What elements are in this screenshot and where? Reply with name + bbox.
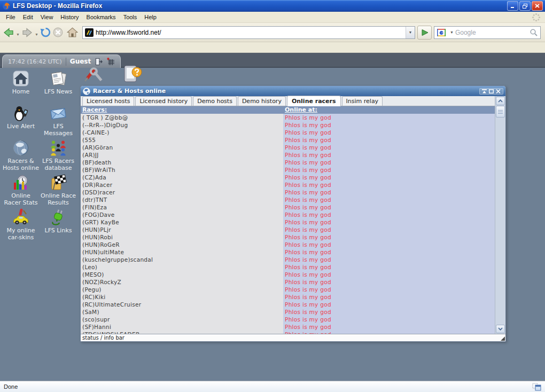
- home-button[interactable]: [67, 27, 78, 38]
- tab-demo-hosts[interactable]: Demo hosts: [193, 96, 237, 106]
- racer-name[interactable]: (FIN)Eza: [81, 203, 283, 211]
- racer-name[interactable]: (AR)JJ: [81, 151, 283, 159]
- online-at-link[interactable]: Phlos is my god: [283, 308, 495, 316]
- online-at-link[interactable]: Phlos is my god: [283, 196, 495, 203]
- racers-column-header[interactable]: Racers:: [81, 106, 283, 114]
- racer-name[interactable]: (HUN)ultiMate: [81, 248, 283, 256]
- desktop-icon-online-racer-stats[interactable]: Online Racer Stats: [2, 173, 40, 208]
- racer-name[interactable]: (BF)WrAiTh: [81, 166, 283, 174]
- online-at-link[interactable]: Phlos is my god: [283, 174, 495, 181]
- online-at-link[interactable]: Phlos is my god: [283, 256, 495, 263]
- online-at-link[interactable]: Phlos is my god: [283, 189, 495, 196]
- online-at-link[interactable]: Phlos is my god: [283, 241, 495, 248]
- racer-name[interactable]: (Pegu): [81, 286, 283, 293]
- close-button[interactable]: [532, 1, 543, 11]
- online-at-link[interactable]: Phlos is my god: [283, 166, 495, 174]
- tab-insim-relay[interactable]: Insim relay: [342, 96, 383, 106]
- racer-name[interactable]: (--RrR--)DigDug: [81, 121, 283, 129]
- minimize-button[interactable]: [507, 1, 518, 11]
- racer-name[interactable]: (DSD)racer: [81, 189, 283, 196]
- racer-name[interactable]: ( TGR ) Z@bb@: [81, 114, 283, 121]
- tab-licensed-history[interactable]: Licensed history: [135, 96, 192, 106]
- online-at-link[interactable]: Phlos is my god: [283, 181, 495, 189]
- racer-name[interactable]: (kuschelgruppe)scandal: [81, 256, 283, 263]
- restore-button[interactable]: [519, 1, 531, 11]
- racer-name[interactable]: (AR)Göran: [81, 144, 283, 151]
- stop-button[interactable]: [52, 27, 64, 38]
- online-at-link[interactable]: Phlos is my god: [283, 316, 495, 323]
- tools-icon[interactable]: [82, 67, 104, 88]
- menu-view[interactable]: View: [37, 12, 57, 22]
- online-at-link[interactable]: Phlos is my god: [283, 263, 495, 271]
- menu-bookmarks[interactable]: Bookmarks: [83, 12, 120, 22]
- search-input[interactable]: [455, 29, 527, 36]
- online-at-link[interactable]: Phlos is my god: [283, 159, 495, 166]
- desktop-icon-home[interactable]: Home: [2, 69, 40, 104]
- menu-help[interactable]: Help: [141, 12, 160, 22]
- online-at-link[interactable]: Phlos is my god: [283, 151, 495, 159]
- racer-name[interactable]: (SF)Hanni: [81, 323, 283, 331]
- online-at-link[interactable]: Phlos is my god: [283, 211, 495, 218]
- online-at-column-header[interactable]: Online at:: [283, 106, 495, 114]
- back-button[interactable]: [3, 27, 14, 38]
- window-titlebar[interactable]: Racers & Hosts online: [81, 86, 505, 96]
- scrollbar-thumb[interactable]: [496, 106, 505, 117]
- desktop-icon-racers-hosts-online[interactable]: Racers & Hosts online: [2, 138, 40, 173]
- online-at-link[interactable]: Phlos is my god: [283, 226, 495, 233]
- url-bar[interactable]: ▼: [82, 26, 415, 39]
- desktop-icon-lfs-news[interactable]: LFS News: [40, 69, 77, 104]
- online-at-link[interactable]: Phlos is my god: [283, 114, 495, 121]
- desktop-icon-my-online-car-skins[interactable]: My online car-skins: [2, 208, 40, 242]
- racer-name[interactable]: (GRT) KayBe: [81, 218, 283, 226]
- url-dropdown-icon[interactable]: ▼: [406, 27, 415, 38]
- window-scrollbar[interactable]: [495, 96, 505, 334]
- help-document-icon[interactable]: [121, 64, 143, 88]
- online-at-link[interactable]: Phlos is my god: [283, 323, 495, 331]
- desktop-icon-lfs-messages[interactable]: LFS Messages: [40, 104, 77, 138]
- menu-file[interactable]: File: [2, 12, 19, 22]
- url-input[interactable]: [96, 29, 406, 36]
- scroll-up-icon[interactable]: [496, 97, 505, 105]
- racer-name[interactable]: (sco)supr: [81, 316, 283, 323]
- reload-button[interactable]: [40, 27, 51, 38]
- grid-link-icon[interactable]: [106, 57, 115, 66]
- window-close-icon[interactable]: [496, 89, 501, 93]
- racer-name[interactable]: (RC)Kiki: [81, 293, 283, 301]
- desktop-icon-lfs-links[interactable]: LFS Links: [40, 208, 77, 242]
- racer-name[interactable]: (CZ)Ada: [81, 174, 283, 181]
- forward-dropdown-icon[interactable]: ▼: [35, 33, 38, 36]
- menu-edit[interactable]: Edit: [19, 12, 37, 22]
- racer-name[interactable]: (HUN)PLjr: [81, 226, 283, 233]
- menu-tools[interactable]: Tools: [120, 12, 141, 22]
- forward-button[interactable]: [21, 27, 33, 38]
- window-maximize-icon[interactable]: [489, 89, 494, 93]
- menu-history[interactable]: History: [57, 12, 82, 22]
- search-bar[interactable]: ▼: [434, 26, 541, 39]
- window-resize-grip[interactable]: [501, 336, 505, 341]
- online-at-link[interactable]: Phlos is my god: [283, 286, 495, 293]
- online-at-link[interactable]: Phlos is my god: [283, 233, 495, 241]
- racer-name[interactable]: (dtr)TNT: [81, 196, 283, 203]
- racer-name[interactable]: (Leo): [81, 263, 283, 271]
- racer-name[interactable]: (NOZ)RockyZ: [81, 278, 283, 286]
- online-at-link[interactable]: Phlos is my god: [283, 136, 495, 144]
- online-at-link[interactable]: Phlos is my god: [283, 293, 495, 301]
- online-at-link[interactable]: Phlos is my god: [283, 301, 495, 308]
- racer-name[interactable]: (SaM): [81, 308, 283, 316]
- desktop-icon-lfs-racers-database[interactable]: LFS Racers database: [40, 138, 77, 173]
- online-at-link[interactable]: Phlos is my god: [283, 271, 495, 278]
- scroll-down-icon[interactable]: [496, 325, 505, 333]
- search-engine-dropdown-icon[interactable]: ▼: [448, 30, 455, 34]
- racer-name[interactable]: (HUN)Robi: [81, 233, 283, 241]
- online-at-link[interactable]: Phlos is my god: [283, 144, 495, 151]
- search-magnifier-icon[interactable]: [530, 28, 538, 37]
- racer-name[interactable]: (MESO): [81, 271, 283, 278]
- online-at-link[interactable]: Phlos is my god: [283, 218, 495, 226]
- racer-name[interactable]: (HUN)RoGeR: [81, 241, 283, 248]
- racer-name[interactable]: (555: [81, 136, 283, 144]
- go-button[interactable]: [417, 26, 432, 40]
- scrollbar-track[interactable]: [495, 117, 505, 324]
- tab-online-racers[interactable]: Online racers: [287, 96, 341, 106]
- online-at-link[interactable]: Phlos is my god: [283, 129, 495, 136]
- desktop-icon-online-race-results[interactable]: Online Race Results: [40, 173, 77, 208]
